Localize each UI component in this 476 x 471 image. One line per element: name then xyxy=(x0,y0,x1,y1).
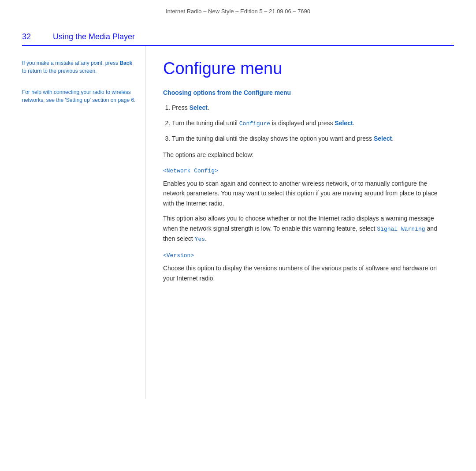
page-header: Internet Radio – New Style – Edition 5 –… xyxy=(0,0,476,19)
step3-select: Select xyxy=(374,135,392,142)
configure-mono: Configure xyxy=(239,120,270,127)
step1-select: Select xyxy=(190,104,208,111)
section-title: Configure menu xyxy=(163,59,441,78)
step-2: Turn the tuning dial until Configure is … xyxy=(172,119,441,128)
chapter-header: 32 Using the Media Player xyxy=(0,19,476,45)
option-network-config-desc1: Enables you to scan again and connect to… xyxy=(163,179,441,208)
sidebar-note-1: If you make a mistake at any point, pres… xyxy=(22,59,136,75)
option-network-config-desc2: This option also allows you to choose wh… xyxy=(163,213,441,244)
yes-mono: Yes xyxy=(195,236,205,243)
step2-select: Select xyxy=(335,120,353,127)
back-bold: Back xyxy=(119,60,132,66)
content-layout: If you make a mistake at any point, pres… xyxy=(22,46,454,399)
steps-list: Press Select. Turn the tuning dial until… xyxy=(172,103,441,144)
header-text: Internet Radio – New Style – Edition 5 –… xyxy=(166,8,310,15)
option-network-config-label: <Network Config> xyxy=(163,168,441,174)
option-version-desc: Choose this option to display the versio… xyxy=(163,263,441,283)
sidebar-note-2: For help with connecting your radio to w… xyxy=(22,88,136,104)
chapter-title: Using the Media Player xyxy=(53,32,135,41)
main-content: Configure menu Choosing options from the… xyxy=(145,46,454,399)
options-intro: The options are explained below: xyxy=(163,150,441,160)
sidebar: If you make a mistake at any point, pres… xyxy=(22,46,145,399)
option-version-label: <Version> xyxy=(163,252,441,259)
signal-warning-mono: Signal Warning xyxy=(377,226,425,232)
step-1: Press Select. xyxy=(172,103,441,112)
step-3: Turn the tuning dial until the display s… xyxy=(172,134,441,143)
subsection-title: Choosing options from the Configure menu xyxy=(163,89,441,96)
chapter-number: 32 xyxy=(22,32,44,41)
